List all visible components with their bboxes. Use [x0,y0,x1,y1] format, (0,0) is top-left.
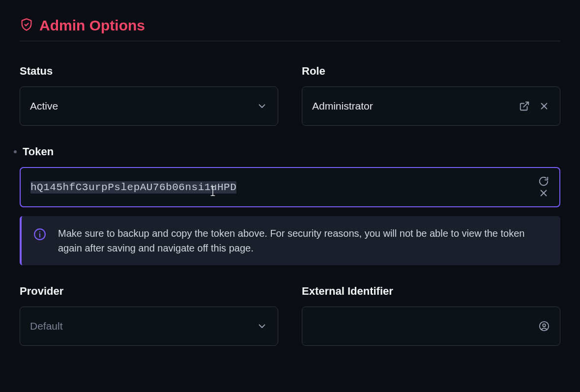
external-identifier-input[interactable] [302,307,560,346]
token-value: hQ145hfC3urpPslepAU76b06nsi1uHPD [30,181,236,194]
clear-icon[interactable] [538,100,550,112]
refresh-icon[interactable] [538,175,550,187]
external-link-icon[interactable] [519,100,530,112]
status-label: Status [20,65,278,78]
token-info-banner: Make sure to backup and copy the token a… [20,216,560,265]
external-identifier-field: External Identifier [302,285,560,346]
person-icon [538,320,550,332]
token-info-text: Make sure to backup and copy the token a… [58,226,549,255]
role-value: Administrator [312,100,519,112]
provider-value: Default [30,320,256,332]
status-select[interactable]: Active [20,86,278,126]
page-title: Admin Options [39,17,145,34]
section-header: Admin Options [20,17,560,41]
info-icon [33,228,46,243]
svg-point-7 [39,231,40,232]
provider-field: Provider Default [20,285,278,346]
role-field: Role Administrator [302,65,560,126]
shield-check-icon [20,18,33,33]
chevron-down-icon [256,320,268,332]
provider-select[interactable]: Default [20,307,278,346]
token-field: Token hQ145hfC3urpPslepAU76b06nsi1uHPD [20,145,560,265]
status-field: Status Active [20,65,278,126]
token-label: Token [20,145,560,158]
svg-line-0 [523,102,528,107]
chevron-down-icon [256,100,268,112]
provider-label: Provider [20,285,278,298]
role-select[interactable]: Administrator [302,86,560,126]
token-input[interactable]: hQ145hfC3urpPslepAU76b06nsi1uHPD [20,167,560,207]
clear-token-icon[interactable] [538,187,550,199]
status-value: Active [30,100,256,112]
external-identifier-label: External Identifier [302,285,560,298]
svg-point-9 [543,324,546,327]
role-label: Role [302,65,560,78]
